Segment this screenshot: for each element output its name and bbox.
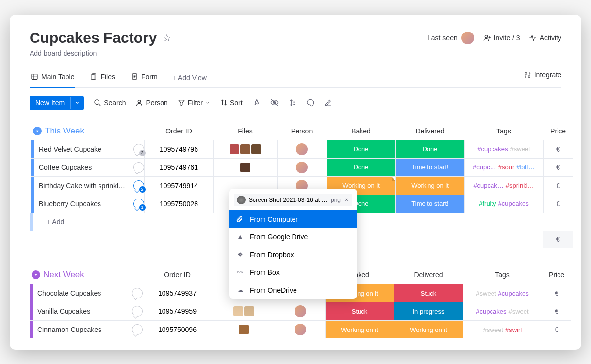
item-name[interactable]: Blueberry Cupcakes — [39, 200, 130, 208]
avatar[interactable] — [295, 305, 306, 317]
chat-icon[interactable]: 2 — [133, 180, 144, 191]
chat-icon[interactable] — [132, 324, 143, 335]
activity-button[interactable]: Activity — [529, 34, 561, 42]
files-cell[interactable] — [213, 158, 277, 176]
sort-button[interactable]: Sort — [220, 99, 243, 107]
column-header[interactable]: Order ID — [143, 266, 212, 284]
chat-icon[interactable] — [132, 306, 143, 317]
order-id-cell[interactable]: 1095750028 — [144, 195, 213, 213]
board-description[interactable]: Add board description — [30, 49, 561, 57]
status-delivered[interactable]: Time to start! — [395, 195, 464, 213]
tag[interactable]: #sweet — [476, 290, 496, 297]
chat-icon[interactable] — [132, 288, 143, 298]
price-cell[interactable]: € — [543, 158, 573, 176]
price-cell[interactable]: € — [542, 284, 571, 302]
order-id-cell[interactable]: 1095749914 — [144, 176, 213, 195]
order-id-cell[interactable]: 1095750096 — [143, 321, 212, 339]
tag[interactable]: #cupcakes — [498, 290, 529, 297]
order-id-cell[interactable]: 1095749796 — [144, 140, 213, 158]
tags-cell[interactable]: #cupc…#sour#bitt… — [464, 158, 543, 176]
filter-button[interactable]: Filter — [178, 99, 210, 107]
tag[interactable]: #sweet — [510, 145, 530, 153]
tag[interactable]: #swirl — [505, 326, 522, 333]
chevron-down-icon[interactable] — [70, 97, 84, 109]
avatar[interactable] — [295, 324, 306, 335]
column-header[interactable]: Person — [277, 122, 327, 140]
file-thumb[interactable] — [240, 163, 250, 172]
status-delivered[interactable]: Time to start! — [395, 158, 464, 176]
tab-files[interactable]: Files — [89, 69, 116, 88]
tag[interactable]: #sweet — [508, 308, 528, 315]
tag[interactable]: #sweet — [483, 326, 503, 333]
eye-off-icon[interactable] — [270, 99, 279, 107]
avatar[interactable] — [296, 143, 308, 155]
file-thumb[interactable] — [240, 144, 250, 154]
tag[interactable]: #cupc… — [473, 164, 496, 171]
item-name[interactable]: Cinnamon Cupcakes — [37, 326, 128, 333]
tag[interactable]: #cupcak… — [473, 182, 503, 189]
item-name[interactable]: Red Velvet Cupcake — [39, 145, 130, 153]
collapse-icon[interactable] — [33, 127, 42, 135]
person-cell[interactable] — [277, 140, 327, 158]
upload-option-dropbox[interactable]: ❖From Dropbox — [229, 246, 357, 264]
status-delivered[interactable]: Working on it — [395, 176, 464, 195]
color-icon[interactable] — [306, 99, 314, 107]
tags-cell[interactable]: #cupcak…#sprinkl… — [464, 176, 543, 195]
invite-button[interactable]: Invite / 3 — [483, 34, 520, 42]
person-filter-button[interactable]: Person — [135, 99, 167, 107]
status-delivered[interactable]: Stuck — [394, 284, 463, 302]
status-delivered[interactable]: Working on it — [394, 321, 463, 339]
status-delivered[interactable]: Done — [395, 140, 464, 158]
file-thumb[interactable] — [251, 144, 261, 154]
search-button[interactable]: Search — [94, 99, 126, 107]
edit-icon[interactable] — [324, 99, 332, 107]
status-baked[interactable]: Done — [327, 140, 395, 158]
tag[interactable]: #sour — [498, 164, 515, 171]
upload-option-gdrive[interactable]: ▲From Google Drive — [229, 228, 357, 246]
status-delivered[interactable]: In progress — [394, 302, 463, 321]
file-thumb[interactable] — [244, 306, 254, 316]
person-cell[interactable] — [276, 321, 325, 339]
group-title[interactable]: This Week — [45, 126, 84, 136]
pin-icon[interactable] — [253, 99, 261, 107]
item-name[interactable]: Vanilla Cupcakes — [37, 307, 128, 315]
column-header[interactable]: Baked — [327, 122, 395, 140]
person-cell[interactable] — [277, 158, 327, 176]
files-cell[interactable] — [213, 140, 277, 158]
price-cell[interactable]: € — [543, 176, 573, 195]
board-title[interactable]: Cupcakes Factory — [30, 30, 157, 46]
collapse-icon[interactable] — [32, 270, 40, 279]
price-cell[interactable]: € — [542, 302, 571, 321]
tag[interactable]: #cupcakes — [476, 308, 506, 315]
item-name[interactable]: Chocolate Cupcakes — [37, 289, 128, 297]
column-header[interactable]: Price — [543, 122, 573, 140]
person-cell[interactable] — [276, 302, 325, 321]
column-header[interactable]: Tags — [464, 122, 543, 140]
tab-main-table[interactable]: Main Table — [30, 69, 75, 88]
item-name[interactable]: Coffee Cupcakes — [39, 164, 130, 171]
upload-option-box[interactable]: boxFrom Box — [229, 264, 357, 281]
star-icon[interactable]: ☆ — [163, 32, 171, 44]
order-id-cell[interactable]: 1095749959 — [143, 302, 212, 321]
integrate-button[interactable]: Integrate — [524, 71, 561, 85]
column-header[interactable]: Tags — [463, 266, 542, 284]
tag[interactable]: #fruity — [479, 200, 496, 207]
order-id-cell[interactable]: 1095749937 — [143, 284, 212, 302]
files-cell[interactable] — [212, 302, 276, 321]
tags-cell[interactable]: #fruity#cupcakes — [464, 195, 543, 213]
tag[interactable]: #bitt… — [516, 164, 535, 171]
column-header[interactable]: Order ID — [144, 122, 213, 140]
tags-cell[interactable]: #cupcakes#sweet — [463, 302, 542, 321]
status-baked[interactable]: Done — [327, 158, 395, 176]
item-name[interactable]: Birthday Cake with sprinkl… — [39, 182, 130, 190]
tags-cell[interactable]: #sweet#swirl — [463, 321, 542, 339]
column-header[interactable]: Price — [542, 266, 571, 284]
row-height-icon[interactable] — [289, 99, 296, 107]
tags-cell[interactable]: #sweet#cupcakes — [463, 284, 542, 302]
column-header[interactable]: Delivered — [394, 266, 463, 284]
upload-option-clip[interactable]: From Computer — [229, 210, 357, 228]
chat-icon[interactable] — [133, 162, 144, 173]
tag[interactable]: #cupcakes — [498, 200, 529, 207]
group-title[interactable]: Next Week — [43, 270, 84, 280]
column-header[interactable]: Files — [213, 122, 277, 140]
